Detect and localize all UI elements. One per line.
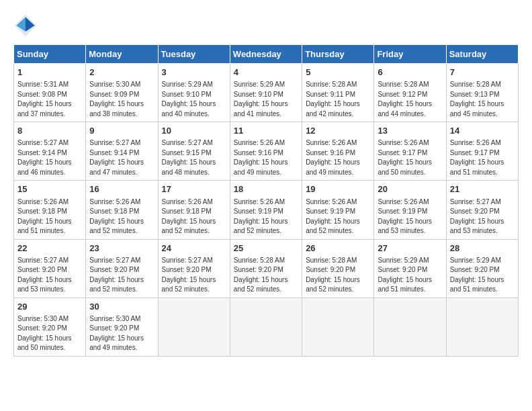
calendar-cell: 23Sunrise: 5:27 AM Sunset: 9:20 PM Dayli…	[86, 239, 158, 298]
day-number: 4	[234, 66, 298, 79]
day-number: 11	[234, 125, 298, 137]
calendar-week-row: 15Sunrise: 5:26 AM Sunset: 9:18 PM Dayli…	[14, 181, 519, 239]
day-info: Sunrise: 5:27 AM Sunset: 9:20 PM Dayligh…	[17, 256, 82, 295]
calendar-week-row: 8Sunrise: 5:27 AM Sunset: 9:14 PM Daylig…	[14, 122, 519, 181]
day-number: 16	[89, 183, 154, 195]
day-info: Sunrise: 5:27 AM Sunset: 9:20 PM Dayligh…	[89, 256, 154, 295]
day-info: Sunrise: 5:26 AM Sunset: 9:17 PM Dayligh…	[378, 138, 442, 177]
day-info: Sunrise: 5:26 AM Sunset: 9:18 PM Dayligh…	[162, 197, 226, 236]
day-info: Sunrise: 5:30 AM Sunset: 9:20 PM Dayligh…	[17, 314, 82, 353]
day-info: Sunrise: 5:29 AM Sunset: 9:10 PM Dayligh…	[234, 80, 298, 119]
day-info: Sunrise: 5:28 AM Sunset: 9:12 PM Dayligh…	[378, 80, 442, 119]
calendar-header-row: SundayMondayTuesdayWednesdayThursdayFrid…	[14, 45, 519, 64]
calendar-cell: 5Sunrise: 5:28 AM Sunset: 9:11 PM Daylig…	[302, 64, 374, 122]
day-info: Sunrise: 5:29 AM Sunset: 9:10 PM Dayligh…	[162, 80, 226, 119]
day-info: Sunrise: 5:27 AM Sunset: 9:20 PM Dayligh…	[450, 197, 515, 236]
day-number: 22	[17, 242, 82, 255]
day-number: 17	[162, 183, 226, 195]
calendar-cell: 22Sunrise: 5:27 AM Sunset: 9:20 PM Dayli…	[14, 239, 86, 298]
calendar-cell	[374, 298, 446, 356]
day-number: 19	[306, 183, 370, 195]
day-info: Sunrise: 5:26 AM Sunset: 9:16 PM Dayligh…	[306, 138, 370, 177]
day-number: 9	[89, 125, 154, 137]
calendar-cell: 25Sunrise: 5:28 AM Sunset: 9:20 PM Dayli…	[230, 239, 302, 298]
calendar-cell: 4Sunrise: 5:29 AM Sunset: 9:10 PM Daylig…	[230, 64, 302, 122]
calendar-cell: 15Sunrise: 5:26 AM Sunset: 9:18 PM Dayli…	[14, 181, 86, 239]
calendar-cell: 18Sunrise: 5:26 AM Sunset: 9:19 PM Dayli…	[230, 181, 302, 239]
col-header-monday: Monday	[86, 45, 158, 64]
header	[13, 13, 519, 38]
col-header-tuesday: Tuesday	[158, 45, 230, 64]
calendar-cell: 9Sunrise: 5:27 AM Sunset: 9:14 PM Daylig…	[86, 122, 158, 181]
calendar-cell: 30Sunrise: 5:30 AM Sunset: 9:20 PM Dayli…	[86, 298, 158, 356]
day-info: Sunrise: 5:26 AM Sunset: 9:17 PM Dayligh…	[450, 138, 515, 177]
calendar-cell: 6Sunrise: 5:28 AM Sunset: 9:12 PM Daylig…	[374, 64, 446, 122]
calendar-cell: 7Sunrise: 5:28 AM Sunset: 9:13 PM Daylig…	[446, 64, 518, 122]
calendar-cell	[446, 298, 518, 356]
day-number: 14	[450, 125, 515, 137]
calendar-cell	[230, 298, 302, 356]
calendar-cell: 3Sunrise: 5:29 AM Sunset: 9:10 PM Daylig…	[158, 64, 230, 122]
logo	[13, 13, 42, 38]
day-info: Sunrise: 5:31 AM Sunset: 9:08 PM Dayligh…	[17, 80, 82, 119]
calendar-cell	[302, 298, 374, 356]
calendar-cell: 19Sunrise: 5:26 AM Sunset: 9:19 PM Dayli…	[302, 181, 374, 239]
day-info: Sunrise: 5:27 AM Sunset: 9:15 PM Dayligh…	[162, 138, 226, 177]
day-info: Sunrise: 5:27 AM Sunset: 9:14 PM Dayligh…	[17, 138, 82, 177]
day-number: 20	[378, 183, 442, 195]
day-number: 29	[17, 301, 82, 313]
day-number: 24	[162, 242, 226, 255]
calendar-cell: 8Sunrise: 5:27 AM Sunset: 9:14 PM Daylig…	[14, 122, 86, 181]
day-number: 10	[162, 125, 226, 137]
col-header-thursday: Thursday	[302, 45, 374, 64]
day-number: 8	[17, 125, 82, 137]
calendar-week-row: 29Sunrise: 5:30 AM Sunset: 9:20 PM Dayli…	[14, 298, 519, 356]
calendar-cell	[158, 298, 230, 356]
day-number: 25	[234, 242, 298, 255]
day-info: Sunrise: 5:26 AM Sunset: 9:19 PM Dayligh…	[378, 197, 442, 236]
day-number: 23	[89, 242, 154, 255]
calendar-cell: 1Sunrise: 5:31 AM Sunset: 9:08 PM Daylig…	[14, 64, 86, 122]
day-info: Sunrise: 5:30 AM Sunset: 9:09 PM Dayligh…	[89, 80, 154, 119]
calendar-cell: 10Sunrise: 5:27 AM Sunset: 9:15 PM Dayli…	[158, 122, 230, 181]
calendar-cell: 11Sunrise: 5:26 AM Sunset: 9:16 PM Dayli…	[230, 122, 302, 181]
calendar-week-row: 22Sunrise: 5:27 AM Sunset: 9:20 PM Dayli…	[14, 239, 519, 298]
day-info: Sunrise: 5:26 AM Sunset: 9:19 PM Dayligh…	[306, 197, 370, 236]
day-info: Sunrise: 5:29 AM Sunset: 9:20 PM Dayligh…	[378, 256, 442, 295]
day-info: Sunrise: 5:28 AM Sunset: 9:20 PM Dayligh…	[234, 256, 298, 295]
day-number: 28	[450, 242, 515, 255]
day-info: Sunrise: 5:26 AM Sunset: 9:18 PM Dayligh…	[89, 197, 154, 236]
day-number: 13	[378, 125, 442, 137]
day-number: 26	[306, 242, 370, 255]
calendar-cell: 13Sunrise: 5:26 AM Sunset: 9:17 PM Dayli…	[374, 122, 446, 181]
calendar-cell: 17Sunrise: 5:26 AM Sunset: 9:18 PM Dayli…	[158, 181, 230, 239]
day-info: Sunrise: 5:30 AM Sunset: 9:20 PM Dayligh…	[89, 314, 154, 353]
day-number: 18	[234, 183, 298, 195]
day-number: 12	[306, 125, 370, 137]
day-info: Sunrise: 5:26 AM Sunset: 9:19 PM Dayligh…	[234, 197, 298, 236]
calendar-cell: 28Sunrise: 5:29 AM Sunset: 9:20 PM Dayli…	[446, 239, 518, 298]
calendar-cell: 27Sunrise: 5:29 AM Sunset: 9:20 PM Dayli…	[374, 239, 446, 298]
logo-icon	[13, 13, 38, 38]
calendar-table: SundayMondayTuesdayWednesdayThursdayFrid…	[13, 44, 519, 357]
day-number: 7	[450, 66, 515, 79]
day-number: 27	[378, 242, 442, 255]
day-info: Sunrise: 5:27 AM Sunset: 9:14 PM Dayligh…	[89, 138, 154, 177]
day-info: Sunrise: 5:29 AM Sunset: 9:20 PM Dayligh…	[450, 256, 515, 295]
day-number: 1	[17, 66, 82, 79]
calendar-week-row: 1Sunrise: 5:31 AM Sunset: 9:08 PM Daylig…	[14, 64, 519, 122]
day-number: 15	[17, 183, 82, 195]
col-header-saturday: Saturday	[446, 45, 518, 64]
day-info: Sunrise: 5:26 AM Sunset: 9:16 PM Dayligh…	[234, 138, 298, 177]
col-header-friday: Friday	[374, 45, 446, 64]
day-number: 2	[89, 66, 154, 79]
calendar-cell: 20Sunrise: 5:26 AM Sunset: 9:19 PM Dayli…	[374, 181, 446, 239]
calendar-cell: 26Sunrise: 5:28 AM Sunset: 9:20 PM Dayli…	[302, 239, 374, 298]
day-number: 5	[306, 66, 370, 79]
day-info: Sunrise: 5:28 AM Sunset: 9:11 PM Dayligh…	[306, 80, 370, 119]
day-number: 6	[378, 66, 442, 79]
col-header-wednesday: Wednesday	[230, 45, 302, 64]
col-header-sunday: Sunday	[14, 45, 86, 64]
day-number: 3	[162, 66, 226, 79]
calendar-cell: 12Sunrise: 5:26 AM Sunset: 9:16 PM Dayli…	[302, 122, 374, 181]
